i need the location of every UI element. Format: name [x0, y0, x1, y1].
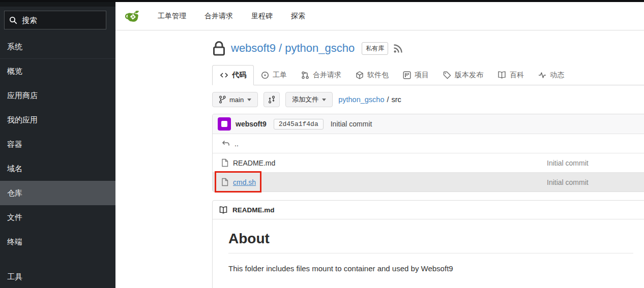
sidebar-item-myapps[interactable]: 我的应用	[0, 108, 115, 132]
lock-icon	[212, 40, 226, 56]
tab-releases[interactable]: 版本发布	[436, 65, 490, 85]
gitea-logo[interactable]	[125, 9, 140, 24]
parent-directory-link[interactable]: ..	[235, 140, 239, 148]
breadcrumb-separator: /	[387, 95, 389, 104]
file-link-readme[interactable]: README.md	[233, 159, 275, 167]
compare-button[interactable]	[264, 92, 280, 107]
file-link-cmdsh[interactable]: cmd.sh	[233, 178, 256, 186]
breadcrumb: python_gscho / src	[338, 95, 401, 104]
commit-message: Initial commit	[331, 120, 372, 128]
sidebar-item-domain[interactable]: 域名	[0, 156, 115, 181]
rss-icon[interactable]	[393, 44, 403, 53]
parent-directory-row[interactable]: ..	[213, 134, 644, 153]
latest-commit-row: websoft9 2d45a1f4da Initial commit	[213, 114, 644, 134]
branch-icon	[219, 95, 226, 104]
compare-icon	[268, 95, 275, 104]
search-input[interactable]	[22, 16, 98, 24]
package-icon	[356, 71, 364, 79]
sidebar-item-files[interactable]: 文件	[0, 205, 115, 230]
nav-pull-requests[interactable]: 合并请求	[204, 12, 233, 21]
gitea-navbar: 工单管理 合并请求 里程碑 探索	[115, 2, 644, 30]
parent-dir-arrow-icon	[221, 140, 230, 147]
code-icon	[220, 72, 228, 79]
readme-content: About This folder includes files mount t…	[213, 219, 644, 284]
caret-down-icon	[247, 99, 251, 101]
tab-wiki-label: 百科	[510, 71, 524, 80]
repo-owner-link[interactable]: websoft9	[231, 42, 276, 54]
project-icon	[403, 71, 411, 79]
repo-toolbar: main 添加文件 python_gscho / src	[212, 92, 401, 107]
book-icon	[219, 206, 228, 214]
tab-pull-requests[interactable]: 合并请求	[294, 65, 348, 85]
file-commit-message: Initial commit	[547, 159, 589, 167]
file-icon	[221, 178, 228, 186]
nav-issues-management[interactable]: 工单管理	[158, 12, 186, 21]
tab-packages[interactable]: 软件包	[348, 65, 396, 85]
repo-title-separator: /	[279, 42, 282, 54]
breadcrumb-repo-link[interactable]: python_gscho	[338, 95, 384, 104]
readme-header: README.md	[213, 201, 644, 219]
pulse-icon	[538, 72, 546, 79]
book-icon	[497, 71, 506, 79]
file-table: websoft9 2d45a1f4da Initial commit ..	[212, 114, 644, 192]
file-row-cmdsh[interactable]: cmd.sh Initial commit	[213, 172, 644, 191]
tab-code-label: 代码	[232, 71, 246, 80]
tab-activity-label: 动态	[550, 71, 564, 80]
tab-releases-label: 版本发布	[455, 71, 483, 80]
sidebar-nav: 系统 概览 应用商店 我的应用 容器 域名 仓库 文件 终端	[0, 35, 115, 254]
readme-paragraph: This folder includes files mount to cont…	[228, 264, 633, 273]
repo-name-link[interactable]: python_gscho	[285, 42, 355, 54]
branch-name: main	[229, 96, 244, 104]
tab-issues[interactable]: 工单	[254, 65, 294, 85]
pull-request-icon	[301, 71, 309, 79]
sidebar-search[interactable]	[4, 11, 106, 29]
tag-icon	[443, 71, 451, 79]
commit-author-name: websoft9	[236, 120, 267, 128]
sidebar-item-terminal[interactable]: 终端	[0, 230, 115, 254]
commit-author-avatar	[218, 117, 231, 131]
page: 系统 概览 应用商店 我的应用 容器 域名 仓库 文件 终端 工具	[0, 0, 644, 288]
file-icon	[221, 158, 228, 167]
tab-pull-requests-label: 合并请求	[313, 71, 341, 80]
tab-projects[interactable]: 项目	[396, 65, 436, 85]
tab-packages-label: 软件包	[367, 71, 389, 80]
issue-icon	[261, 71, 269, 79]
branch-selector-button[interactable]: main	[212, 92, 258, 107]
repo-header: websoft9/python_gscho 私有库	[212, 39, 403, 58]
commit-hash-chip[interactable]: 2d45a1f4da	[274, 119, 324, 130]
readme-heading: About	[228, 231, 633, 253]
gitea-main: 工单管理 合并请求 里程碑 探索 websoft9/python_gscho 私…	[115, 0, 644, 288]
sidebar-item-system[interactable]: 系统	[0, 35, 115, 59]
repo-title: websoft9/python_gscho	[231, 42, 355, 55]
tab-issues-label: 工单	[273, 71, 287, 80]
sidebar-item-overview[interactable]: 概览	[0, 59, 115, 83]
sidebar-item-appstore[interactable]: 应用商店	[0, 83, 115, 108]
top-black-bar	[0, 0, 644, 2]
tab-wiki[interactable]: 百科	[490, 65, 531, 85]
sidebar-item-repository[interactable]: 仓库	[0, 181, 115, 205]
readme-panel: README.md About This folder includes fil…	[212, 200, 644, 288]
repo-tabs: 代码 工单 合并请求	[212, 65, 644, 85]
add-file-button[interactable]: 添加文件	[285, 92, 333, 107]
tab-code[interactable]: 代码	[212, 65, 254, 85]
sidebar-item-container[interactable]: 容器	[0, 132, 115, 156]
nav-explore[interactable]: 探索	[291, 12, 305, 21]
admin-sidebar: 系统 概览 应用商店 我的应用 容器 域名 仓库 文件 终端 工具	[0, 0, 115, 288]
readme-filename: README.md	[232, 206, 275, 214]
breadcrumb-current-path: src	[392, 95, 401, 104]
file-commit-message: Initial commit	[547, 178, 589, 186]
file-row-readme[interactable]: README.md Initial commit	[213, 153, 644, 172]
navbar-links: 工单管理 合并请求 里程碑 探索	[158, 2, 305, 30]
add-file-label: 添加文件	[292, 95, 318, 104]
caret-down-icon	[322, 99, 326, 101]
nav-milestones[interactable]: 里程碑	[251, 12, 273, 21]
search-icon	[9, 16, 17, 24]
private-repo-badge: 私有库	[362, 42, 388, 55]
sidebar-item-tools[interactable]: 工具	[0, 266, 115, 288]
tab-projects-label: 项目	[415, 71, 429, 80]
tab-activity[interactable]: 动态	[531, 65, 571, 85]
